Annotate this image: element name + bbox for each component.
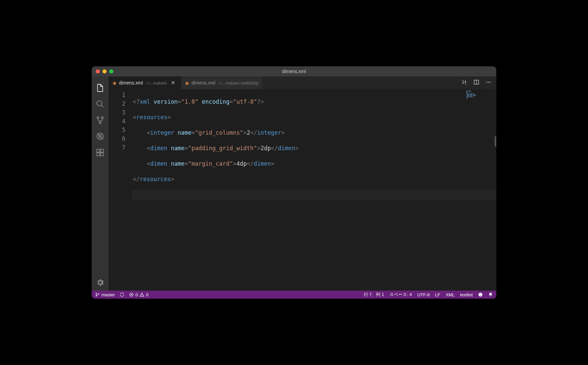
language-mode[interactable]: XML <box>446 292 455 297</box>
minimize-window-button[interactable] <box>102 69 107 73</box>
line-number: 4 <box>109 117 125 126</box>
svg-point-0 <box>97 101 102 106</box>
settings-gear-icon[interactable] <box>92 274 109 291</box>
cursor-position[interactable]: 行 7、列 1 <box>364 292 384 298</box>
tab-bar: ◉ dimens.xml ~/.../values ✕ ◉ dimens.xml… <box>109 76 496 89</box>
code-line[interactable]: <dimen name="margin_card">4dp</dimen> <box>133 159 496 168</box>
main-body: ◉ dimens.xml ~/.../values ✕ ◉ dimens.xml… <box>92 76 496 291</box>
indentation-status[interactable]: スペース: 4 <box>389 292 412 298</box>
tab-path: ~/.../values-sw600dp <box>218 80 259 86</box>
maximize-window-button[interactable] <box>109 69 113 73</box>
titlebar[interactable]: dimens.xml <box>92 66 496 76</box>
compare-changes-icon[interactable] <box>461 79 467 87</box>
svg-point-13 <box>488 82 489 83</box>
svg-rect-9 <box>100 153 104 156</box>
svg-rect-7 <box>100 149 104 152</box>
source-control-icon[interactable] <box>92 112 109 128</box>
svg-point-12 <box>486 82 487 83</box>
svg-rect-8 <box>97 153 100 156</box>
line-number: 1 <box>109 91 125 99</box>
line-number: 2 <box>109 99 125 108</box>
svg-point-23 <box>478 293 482 297</box>
code-content[interactable]: <?xml version="1.0" encoding="utf-8"?> <… <box>133 89 496 291</box>
line-number: 6 <box>109 134 125 143</box>
svg-point-16 <box>96 296 96 296</box>
xml-file-icon: ◉ <box>185 80 189 86</box>
svg-point-3 <box>101 117 103 119</box>
explorer-icon[interactable] <box>92 80 109 96</box>
code-line[interactable]: <integer name="grid_columns">2</integer> <box>133 128 496 137</box>
svg-point-15 <box>96 293 96 294</box>
svg-point-17 <box>98 294 99 294</box>
editor-window: dimens.xml <box>92 66 496 299</box>
warning-count: 0 <box>146 292 148 297</box>
encoding-status[interactable]: UTF-8 <box>417 292 430 297</box>
textlint-status[interactable]: textlint <box>460 292 473 297</box>
code-line[interactable]: </resources> <box>133 175 496 184</box>
branch-name: master <box>101 292 115 297</box>
svg-point-22 <box>142 296 142 296</box>
svg-rect-6 <box>97 149 100 152</box>
more-actions-icon[interactable] <box>486 79 492 87</box>
code-line-current[interactable] <box>133 190 496 199</box>
tab-actions <box>461 76 496 89</box>
sync-button[interactable] <box>120 292 124 297</box>
editor-area: ◉ dimens.xml ~/.../values ✕ ◉ dimens.xml… <box>109 76 496 291</box>
line-number: 5 <box>109 126 125 134</box>
git-branch-status[interactable]: master <box>95 292 115 297</box>
tab-path: ~/.../values <box>146 80 167 86</box>
svg-point-24 <box>479 294 480 295</box>
code-line[interactable]: <dimen name="padding_grid_width">2dp</di… <box>133 144 496 153</box>
split-editor-icon[interactable] <box>473 79 479 87</box>
status-bar: master 0 0 行 7、列 1 スペース: 4 UTF-8 LF XML … <box>92 291 496 299</box>
svg-point-4 <box>99 122 101 124</box>
xml-file-icon: ◉ <box>113 80 116 86</box>
traffic-lights <box>92 69 113 73</box>
debug-icon[interactable] <box>92 128 109 144</box>
line-number: 7 <box>109 143 125 152</box>
extensions-icon[interactable] <box>92 144 109 161</box>
tab-dimens-sw600dp[interactable]: ◉ dimens.xml ~/.../values-sw600dp <box>181 76 263 89</box>
feedback-smiley-icon[interactable] <box>478 292 483 297</box>
tab-filename: dimens.xml <box>119 80 143 86</box>
code-line[interactable]: <?xml version="1.0" encoding="utf-8"?> <box>133 97 496 106</box>
activity-bar <box>92 76 109 291</box>
svg-point-25 <box>481 294 481 295</box>
svg-point-14 <box>490 82 491 83</box>
line-number: 3 <box>109 108 125 117</box>
tab-filename: dimens.xml <box>192 80 215 86</box>
line-number-gutter: 1 2 3 4 5 6 7 <box>109 89 133 291</box>
close-tab-icon[interactable]: ✕ <box>170 80 177 86</box>
code-editor[interactable]: 1 2 3 4 5 6 7 <?xml version="1.0" encodi… <box>109 89 496 291</box>
code-line[interactable]: <resources> <box>133 113 496 122</box>
scrollbar-thumb[interactable] <box>495 136 496 146</box>
minimap[interactable]: █▓▒░▓█▓▒░█▓░▓█▓▒░▓█▓▒░▓█░▓█▓▒░▓█▓▒░▓█▓▒█… <box>466 91 492 99</box>
eol-status[interactable]: LF <box>435 292 440 297</box>
svg-point-2 <box>97 117 99 119</box>
error-count: 0 <box>136 292 138 297</box>
close-window-button[interactable] <box>96 69 100 73</box>
search-icon[interactable] <box>92 96 109 112</box>
notifications-bell-icon[interactable] <box>488 292 493 297</box>
svg-line-1 <box>101 105 104 107</box>
window-title: dimens.xml <box>282 69 306 74</box>
problems-status[interactable]: 0 0 <box>129 292 148 297</box>
tab-dimens-values[interactable]: ◉ dimens.xml ~/.../values ✕ <box>109 76 181 89</box>
